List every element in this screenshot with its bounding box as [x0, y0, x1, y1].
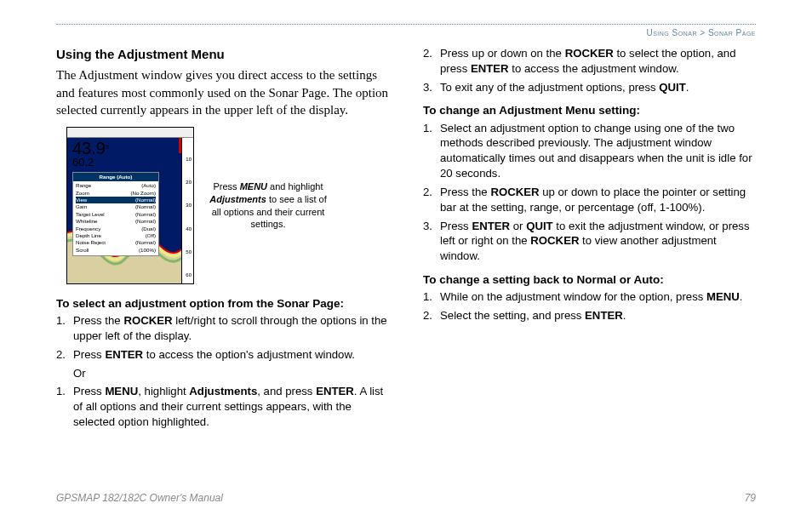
select-list-a: 1.Press the ROCKER left/right to scroll … [56, 313, 389, 362]
depth-unit: ft [106, 144, 109, 150]
list-item: 2.Press the ROCKER up or down to place t… [440, 185, 756, 215]
footer-title: GPSMAP 182/182C Owner's Manual [56, 492, 223, 504]
subheading-reset: To change a setting back to Normal or Au… [423, 272, 756, 288]
change-list: 1.Select an adjustment option to change … [423, 121, 756, 264]
list-item: 2.Select the setting, and press ENTER. [440, 308, 756, 323]
header-rule [56, 24, 756, 25]
breadcrumb: Using Sonar > Sonar Page [56, 28, 756, 37]
list-item: 1.Select an adjustment option to change … [440, 121, 756, 181]
section-heading: Using the Adjustment Menu [56, 46, 389, 63]
depth-scale: 10 20 30 40 50 60 [181, 138, 193, 283]
intro-paragraph: The Adjustment window gives you direct a… [56, 66, 389, 118]
page-footer: GPSMAP 182/182C Owner's Manual 79 [56, 492, 756, 504]
list-item: 1.Press MENU, highlight Adjustments, and… [73, 384, 389, 429]
depth-small: 60.2 [72, 157, 109, 168]
breadcrumb-page: Sonar Page [708, 28, 756, 37]
page-number: 79 [745, 492, 756, 504]
figure-block: 43.9ft 60.2 Range (Auto) Range(Aut [66, 127, 389, 284]
select-list-continued: 2.Press up or down on the ROCKER to sele… [423, 46, 756, 94]
right-column: 2.Press up or down on the ROCKER to sele… [423, 46, 756, 433]
list-item: 1.Press the ROCKER left/right to scroll … [73, 313, 389, 344]
figure-caption: Press MENU and highlight Adjustments to … [204, 180, 332, 231]
depth-big: 43.9 [72, 139, 106, 157]
list-item: 2.Press up or down on the ROCKER to sele… [440, 46, 756, 77]
left-column: Using the Adjustment Menu The Adjustment… [56, 46, 389, 433]
adjustments-menu: Range (Auto) Range(Auto) Zoom(No Zoom) V… [72, 172, 159, 256]
sonar-screenshot: 43.9ft 60.2 Range (Auto) Range(Aut [66, 127, 194, 284]
select-list-b: 1.Press MENU, highlight Adjustments, and… [56, 384, 389, 429]
list-item: 3.Press ENTER or QUIT to exit the adjust… [440, 219, 756, 264]
depth-readout: 43.9ft 60.2 [72, 140, 109, 168]
menu-title: Range (Auto) [73, 173, 158, 181]
list-item: 2.Press ENTER to access the option's adj… [73, 347, 389, 363]
list-item: 1.While on the adjustment window for the… [440, 289, 756, 305]
subheading-select: To select an adjustment option from the … [56, 296, 389, 312]
breadcrumb-section: Using Sonar [646, 28, 697, 37]
breadcrumb-sep: > [697, 28, 708, 37]
subheading-change: To change an Adjustment Menu setting: [423, 103, 756, 118]
reset-list: 1.While on the adjustment window for the… [423, 289, 756, 323]
list-item: 3.To exit any of the adjustment options,… [440, 80, 756, 95]
or-separator: Or [56, 366, 389, 381]
